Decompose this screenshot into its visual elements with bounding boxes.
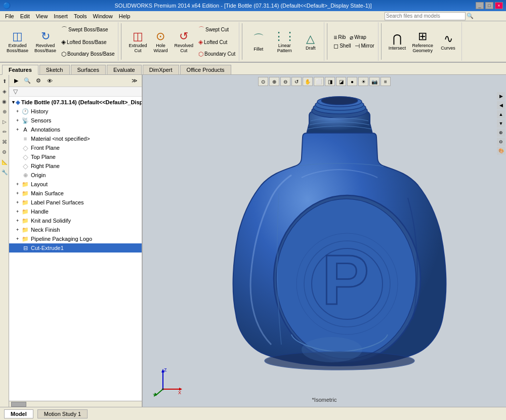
vp-icon-6[interactable]: ⊖ <box>497 138 505 146</box>
rib-button[interactable]: ≡ Rib <box>332 33 347 41</box>
tab-dimxpert[interactable]: DimXpert <box>143 65 179 74</box>
tree-settings-btn[interactable]: ⚙ <box>33 76 44 86</box>
tab-surfaces[interactable]: Surfaces <box>71 65 106 74</box>
left-tool-6[interactable]: ✏ <box>1 128 9 136</box>
handle-expand[interactable]: + <box>16 209 21 214</box>
tree-item-right-plane[interactable]: ◇ Right Plane <box>9 161 142 171</box>
status-tab-model[interactable]: Model <box>4 409 33 418</box>
extruded-boss-base-button[interactable]: ◫ ExtrudedBoss/Base <box>4 28 31 55</box>
knit-expand[interactable]: + <box>16 218 21 223</box>
swept-cut-button[interactable]: ⌒ Swept Cut <box>197 25 237 34</box>
tree-item-cut-extrude1[interactable]: ⊟ Cut-Extrude1 <box>9 243 142 253</box>
shell-button[interactable]: ◻ Shell <box>332 42 352 50</box>
view-orient-btn[interactable]: ⬜ <box>314 77 324 86</box>
tree-item-material[interactable]: ≡ Material <not specified> <box>9 134 142 143</box>
intersect-button[interactable]: ⋂ Intersect <box>386 31 409 52</box>
vp-icon-1[interactable]: ▶ <box>497 92 505 100</box>
vp-icon-3[interactable]: ▲ <box>497 110 505 118</box>
left-tool-1[interactable]: ⬆ <box>1 77 9 85</box>
tree-horizontal-scroll[interactable] <box>9 401 142 407</box>
section-view-btn[interactable]: ◨ <box>325 77 335 86</box>
menu-tools[interactable]: Tools <box>71 12 90 20</box>
extruded-cut-button[interactable]: ◫ ExtrudedCut <box>126 28 149 55</box>
display-style-btn[interactable]: ◪ <box>336 77 346 86</box>
pan-btn[interactable]: ✋ <box>303 77 313 86</box>
neck-expand[interactable]: + <box>16 227 21 232</box>
boundary-boss-button[interactable]: ⬡ Boundary Boss/Base <box>60 50 116 58</box>
left-tool-4[interactable]: ⊕ <box>1 107 9 115</box>
label-panel-expand[interactable]: + <box>16 200 21 205</box>
render-btn[interactable]: ● <box>347 77 357 86</box>
vp-icon-5[interactable]: ⊕ <box>497 129 505 137</box>
history-expand[interactable]: + <box>16 109 21 114</box>
left-tool-5[interactable]: ▷ <box>1 117 9 125</box>
tab-features[interactable]: Features <box>2 65 38 75</box>
minimize-button[interactable]: _ <box>476 2 484 9</box>
lofted-cut-button[interactable]: ◈ Lofted Cut <box>197 38 237 46</box>
close-button[interactable]: × <box>495 2 503 9</box>
vp-icon-2[interactable]: ◀ <box>497 101 505 109</box>
tree-item-main-surface[interactable]: + 📁 Main Surface <box>9 189 142 198</box>
draft-button[interactable]: △ Draft <box>299 31 322 52</box>
zoom-out-btn[interactable]: ⊖ <box>280 77 290 86</box>
rotate-btn[interactable]: ↺ <box>291 77 302 86</box>
menu-window[interactable]: Window <box>90 12 116 20</box>
left-tool-8[interactable]: ⚙ <box>1 148 9 156</box>
zoom-in-btn[interactable]: ⊕ <box>269 77 279 86</box>
tree-collapse-btn[interactable]: ≫ <box>130 76 140 86</box>
tree-item-top-plane[interactable]: ◇ Top Plane <box>9 152 142 161</box>
left-tool-7[interactable]: ⌘ <box>1 138 9 146</box>
tree-item-sensors[interactable]: + 📡 Sensors <box>9 116 142 125</box>
tree-item-origin[interactable]: ⊕ Origin <box>9 171 142 180</box>
boundary-cut-button[interactable]: ⬡ Boundary Cut <box>197 50 237 58</box>
tree-item-history[interactable]: + 🕐 History <box>9 107 142 116</box>
left-tool-3[interactable]: ◉ <box>1 97 9 105</box>
vp-icon-4[interactable]: ▼ <box>497 119 505 128</box>
tree-root-item[interactable]: ▼ ◈ Tide Bottle (07.31.14) (Default<<Def… <box>9 98 142 107</box>
reference-geometry-button[interactable]: ⊞ ReferenceGeometry <box>410 28 436 55</box>
tree-item-front-plane[interactable]: ◇ Front Plane <box>9 143 142 152</box>
more-btn[interactable]: ≡ <box>381 77 391 86</box>
tab-sketch[interactable]: Sketch <box>39 65 70 74</box>
hole-wizard-button[interactable]: ⊙ HoleWizard <box>150 28 171 55</box>
menu-insert[interactable]: Insert <box>51 12 71 20</box>
tab-evaluate[interactable]: Evaluate <box>107 65 142 74</box>
linear-pattern-button[interactable]: ⋮⋮ LinearPattern <box>271 28 298 55</box>
tree-item-neck-finish[interactable]: + 📁 Neck Finish <box>9 225 142 234</box>
annotations-expand[interactable]: + <box>16 127 21 132</box>
tree-item-knit[interactable]: + 📁 Knit and Solidify <box>9 216 142 225</box>
left-tool-10[interactable]: 🔧 <box>1 168 9 176</box>
left-tool-2[interactable]: ◈ <box>1 87 9 95</box>
layout-expand[interactable]: + <box>16 182 21 187</box>
tree-item-label-panel[interactable]: + 📁 Label Panel Surfaces <box>9 198 142 207</box>
revolved-boss-base-button[interactable]: ↻ RevolvedBoss/Base <box>32 28 59 55</box>
curves-button[interactable]: ∿ Curves <box>437 31 459 52</box>
tab-office-products[interactable]: Office Products <box>180 65 231 74</box>
viewport[interactable]: ⊙ ⊕ ⊖ ↺ ✋ ⬜ ◨ ◪ ● ☀ 📷 ≡ <box>143 75 506 407</box>
menu-help[interactable]: Help <box>116 12 134 20</box>
tree-select-btn[interactable]: ▶ <box>11 76 21 86</box>
maximize-button[interactable]: □ <box>485 2 493 9</box>
lofted-boss-button[interactable]: ◈ Lofted Boss/Base <box>60 38 116 46</box>
menu-edit[interactable]: Edit <box>17 12 33 20</box>
main-surface-expand[interactable]: + <box>16 191 21 196</box>
fillet-button[interactable]: ⌒ Fillet <box>247 30 270 53</box>
revolved-cut-button[interactable]: ↺ RevolvedCut <box>172 28 196 55</box>
menu-view[interactable]: View <box>33 12 51 20</box>
tree-item-pipeline-logo[interactable]: + 📁 Pipeline Packaging Logo <box>9 234 142 243</box>
search-input[interactable] <box>385 12 466 20</box>
tree-view-btn[interactable]: 👁 <box>45 76 55 86</box>
root-expand[interactable]: ▼ <box>11 100 16 105</box>
swept-boss-button[interactable]: ⌒ Swept Boss/Base <box>60 25 116 34</box>
wrap-button[interactable]: ⌀ Wrap <box>348 33 368 41</box>
light-btn[interactable]: ☀ <box>358 77 368 86</box>
tree-search-btn[interactable]: 🔍 <box>22 76 32 86</box>
vp-icon-7[interactable]: 🎨 <box>497 147 505 155</box>
sensors-expand[interactable]: + <box>16 118 21 123</box>
menu-file[interactable]: File <box>2 12 17 20</box>
tree-item-annotations[interactable]: + A Annotations <box>9 125 142 134</box>
camera-btn[interactable]: 📷 <box>369 77 380 86</box>
pipeline-expand[interactable]: + <box>16 236 21 241</box>
tree-item-layout[interactable]: + 📁 Layout <box>9 180 142 189</box>
mirror-button[interactable]: ⊣ Mirror <box>353 42 375 50</box>
